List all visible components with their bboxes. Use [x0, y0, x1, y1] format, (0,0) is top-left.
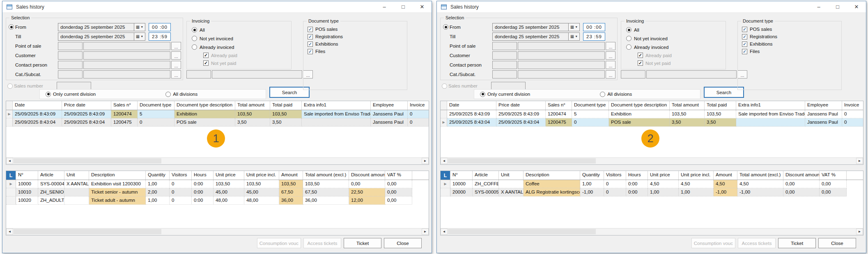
close-button[interactable]: Close — [818, 238, 856, 248]
table-row[interactable]: ▶10000ZH_COFFEECoffee1,0000:004,504,504,… — [441, 180, 863, 188]
current-row-arrow-icon[interactable]: ▶ — [441, 118, 447, 127]
not-yet-invoiced-radio[interactable] — [626, 36, 631, 41]
column-header[interactable]: Total amount (excl.) — [737, 171, 783, 180]
cell[interactable]: 0:00 — [192, 196, 214, 205]
cell[interactable]: 0,00 — [385, 180, 412, 188]
column-header[interactable]: Invoice — [408, 101, 429, 110]
cell[interactable]: Sale imported from Enviso Trade — [736, 110, 805, 118]
column-header[interactable]: Document type — [138, 101, 175, 110]
cell[interactable]: Janssens Paul — [805, 110, 842, 118]
invoicing-all-option[interactable]: All — [626, 25, 726, 34]
column-header[interactable]: Quantity — [146, 171, 170, 180]
cat-subcat-code-input[interactable] — [58, 70, 83, 79]
scrollbar-thumb[interactable] — [14, 229, 161, 234]
cell[interactable]: ZH_SENIOR — [38, 188, 64, 196]
cell[interactable]: 5 — [138, 110, 175, 118]
cell[interactable]: Coffee — [524, 180, 580, 188]
cell[interactable]: ALG Registratie kortingscode — [524, 188, 580, 196]
cell[interactable]: 0 — [572, 118, 609, 127]
till-date-input[interactable]: donderdag 25 september 2025 — [58, 32, 134, 41]
cell[interactable]: X AANTAL — [64, 180, 89, 188]
column-header[interactable]: Sales n° — [546, 101, 572, 110]
only-current-division-option[interactable]: Only current division — [46, 92, 96, 97]
cell[interactable]: 25/09/2025 8:43:04 — [447, 118, 496, 127]
consumption-vouchers-button[interactable]: Consumption vouc — [691, 238, 735, 248]
invoicing-all-radio[interactable] — [192, 27, 197, 32]
close-button[interactable]: Close — [384, 238, 422, 248]
column-header[interactable]: Extra info1 — [736, 101, 805, 110]
till-calendar-button[interactable]: ▦▼ — [569, 32, 580, 41]
cell[interactable]: 1200474 — [111, 110, 138, 118]
scrollbar-thumb[interactable] — [14, 158, 161, 164]
cell[interactable]: Janssens Paul — [371, 110, 408, 118]
point-of-sale-name-input[interactable] — [518, 42, 605, 50]
column-header[interactable]: Visitors — [170, 171, 192, 180]
scroll-right-icon[interactable]: ► — [856, 229, 863, 235]
pos-sales-checkbox[interactable]: ✓ — [308, 27, 313, 32]
cell[interactable]: 10000 — [16, 180, 38, 188]
cell[interactable]: 0,00 — [820, 188, 847, 196]
scrollbar-thumb[interactable] — [448, 229, 596, 234]
cell[interactable]: 2,00 — [146, 188, 170, 196]
titlebar[interactable]: Sales history – □ ✕ — [2, 1, 432, 13]
already-paid-option[interactable]: ✓ Already paid — [203, 51, 291, 59]
column-header[interactable]: VAT % — [820, 171, 847, 180]
all-divisions-option[interactable]: All divisions — [165, 92, 197, 97]
row-selector[interactable] — [6, 188, 16, 196]
contact-person-browse-button[interactable]: ... — [606, 61, 615, 69]
cell[interactable]: 4,50 — [648, 180, 679, 188]
all-divisions-option[interactable]: All divisions — [600, 92, 632, 97]
from-date-input[interactable]: donderdag 25 september 2025 — [58, 23, 134, 31]
invoicing-all-option[interactable]: All — [192, 25, 291, 34]
row-selector[interactable] — [441, 188, 450, 196]
already-paid-checkbox[interactable]: ✓ — [203, 53, 209, 58]
exhibitions-option[interactable]: ✓ Exhibitions — [742, 40, 841, 48]
ticket-button[interactable]: Ticket — [778, 238, 816, 248]
contact-person-name-input[interactable] — [518, 61, 605, 69]
extra-filter-name-input[interactable] — [212, 70, 302, 79]
scroll-left-icon[interactable]: ◄ — [441, 229, 448, 235]
column-header[interactable]: Total paid — [270, 101, 302, 110]
table-row[interactable]: ▶25/09/2025 8:43:0425/09/2025 8:43:04120… — [441, 118, 863, 127]
cell[interactable]: 1,00 — [146, 180, 170, 188]
cell[interactable]: 0,00 — [349, 180, 385, 188]
cell[interactable]: 0 — [170, 196, 192, 205]
horizontal-scrollbar[interactable]: ◄► — [6, 228, 429, 235]
column-header[interactable]: Total amount — [235, 101, 270, 110]
point-of-sale-browse-button[interactable]: ... — [606, 42, 615, 50]
sales-number-radio[interactable] — [7, 83, 13, 89]
minimize-icon[interactable]: – — [375, 1, 394, 13]
access-tickets-button[interactable]: Access tickets — [303, 238, 341, 248]
scroll-left-icon[interactable]: ◄ — [6, 158, 13, 164]
pos-sales-option[interactable]: ✓ POS sales — [308, 25, 407, 33]
exhibitions-checkbox[interactable]: ✓ — [308, 42, 313, 47]
from-date-input[interactable]: donderdag 25 september 2025 — [492, 23, 569, 31]
cell[interactable]: 1,00 — [679, 188, 714, 196]
close-icon[interactable]: ✕ — [413, 1, 432, 13]
cell[interactable]: 25/09/2025 8:43:04 — [13, 118, 62, 127]
horizontal-scrollbar[interactable]: ◄► — [441, 157, 863, 164]
cell[interactable]: 25/09/2025 8:43:04 — [496, 118, 546, 127]
cat-subcat-browse-button[interactable]: ... — [171, 70, 181, 79]
scroll-right-icon[interactable]: ► — [422, 229, 429, 235]
cat-subcat-code-input[interactable] — [492, 70, 517, 79]
cell[interactable]: -1,00 — [580, 188, 604, 196]
not-yet-paid-option[interactable]: ✓ Not yet paid — [638, 59, 726, 67]
from-calendar-button[interactable]: ▦▼ — [134, 23, 145, 31]
cell[interactable]: ZH_COFFEE — [473, 180, 499, 188]
column-header[interactable]: Date — [447, 101, 496, 110]
already-invoiced-option[interactable]: Already invoiced — [192, 43, 291, 51]
sales-number-radio[interactable] — [442, 83, 447, 89]
customer-name-input[interactable] — [518, 51, 605, 60]
invoicing-all-radio[interactable] — [626, 27, 631, 32]
column-header[interactable]: Description — [89, 171, 146, 180]
not-yet-paid-checkbox[interactable]: ✓ — [638, 60, 643, 66]
close-icon[interactable]: ✕ — [847, 1, 866, 13]
cell[interactable]: 10020 — [16, 196, 38, 205]
sales-number-input[interactable] — [491, 82, 526, 90]
row-selector[interactable] — [441, 110, 447, 118]
cell[interactable]: 103,50 — [214, 180, 244, 188]
only-current-division-radio[interactable] — [480, 92, 485, 97]
scroll-right-icon[interactable]: ► — [856, 158, 863, 164]
column-header[interactable]: Amount — [279, 171, 303, 180]
